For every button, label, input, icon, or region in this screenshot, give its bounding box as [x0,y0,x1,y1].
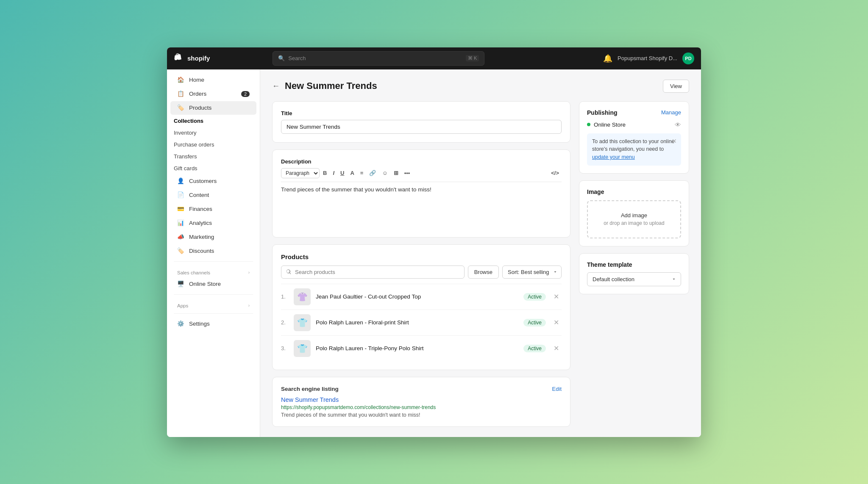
description-toolbar: Paragraph B I U A ≡ 🔗 ☺ ⊞ ••• </> [281,168,562,182]
browse-button[interactable]: Browse [468,266,499,279]
products-heading: Products [281,253,562,260]
notifications-bell-icon[interactable]: 🔔 [603,54,612,63]
update-menu-link[interactable]: update your menu [592,154,635,160]
main-column: Title Description Paragraph B I U [272,101,570,427]
product-row: 3. 👕 Polo Ralph Lauren - Triple-Pony Pol… [281,335,562,361]
search-bar[interactable]: 🔍 Search ⌘ K [273,51,484,66]
theme-title: Theme template [587,261,681,268]
product-remove-3[interactable]: ✕ [551,343,562,353]
title-card: Title [272,101,570,143]
customers-icon: 👤 [177,177,185,185]
sidebar-item-finances[interactable]: 💳 Finances [170,202,256,216]
title-input[interactable] [281,120,562,134]
expand-icon[interactable]: › [248,270,250,275]
sidebar-sub-item-collections[interactable]: Collections [170,115,256,127]
sidebar-item-customers[interactable]: 👤 Customers [170,174,256,188]
seo-title: New Summer Trends [281,396,562,403]
theme-card: Theme template Default collection [579,253,689,294]
sidebar-sales-channels-section: Sales channels › [167,265,260,277]
orders-badge: 2 [241,91,250,97]
avatar[interactable]: PD [682,53,694,64]
description-body[interactable]: Trend pieces of the summer that you woul… [281,186,562,229]
image-card: Image Add image or drop an image to uplo… [579,180,689,246]
product-status-2: Active [523,319,546,326]
sidebar-item-products[interactable]: 🏷️ Products [170,101,256,115]
publishing-card: Publishing Manage Online Store 👁 ✕ To ad… [579,101,689,174]
sidebar-sub-item-inventory[interactable]: Inventory [170,127,256,138]
drop-hint: or drop an image to upload [604,220,664,226]
manage-link[interactable]: Manage [661,109,681,116]
publishing-title: Publishing [587,109,618,116]
collections-label: Collections [174,118,203,124]
product-img-1: 👚 [294,288,311,305]
search-products-input[interactable] [281,266,465,279]
product-row: 1. 👚 Jean Paul Gaultier - Cut-out Croppe… [281,284,562,310]
sidebar-item-analytics[interactable]: 📊 Analytics [170,216,256,230]
orders-icon: 📋 [177,90,185,98]
product-name-3: Polo Ralph Lauren - Triple-Pony Polo Shi… [316,345,518,351]
product-name-1: Jean Paul Gaultier - Cut-out Cropped Top [316,293,518,300]
product-name-2: Polo Ralph Lauren - Floral-print Shirt [316,319,518,326]
navigation-info-box: ✕ To add this collection to your online … [587,133,681,166]
sidebar-products-label: Products [189,105,211,111]
sidebar-sub-item-gift-cards[interactable]: Gift cards [170,163,256,174]
finances-icon: 💳 [177,205,185,213]
discounts-icon: 🏷️ [177,247,185,255]
seo-edit-link[interactable]: Edit [552,386,562,392]
info-text: To add this collection to your online st… [592,138,675,152]
product-remove-1[interactable]: ✕ [551,292,562,301]
sidebar-item-online-store[interactable]: 🖥️ Online Store [170,277,256,291]
code-button[interactable]: </> [548,168,562,178]
sidebar: 🏠 Home 📋 Orders 2 🏷️ Products Collection… [167,69,260,437]
inventory-label: Inventory [174,130,196,136]
image-card-title: Image [587,188,681,195]
sidebar-discounts-label: Discounts [189,248,214,254]
product-status-1: Active [523,293,546,301]
sidebar-item-discounts[interactable]: 🏷️ Discounts [170,244,256,258]
sort-select[interactable]: Sort: Best selling [502,266,562,279]
product-img-3: 👕 [294,340,311,357]
seo-url: https://shopify.popupsmartdemo.com/colle… [281,404,562,410]
align-button[interactable]: ≡ [358,168,366,178]
table-button[interactable]: ⊞ [391,168,401,178]
sidebar-divider-3 [174,313,253,314]
main-layout: 🏠 Home 📋 Orders 2 🏷️ Products Collection… [167,69,701,437]
sidebar-item-orders[interactable]: 📋 Orders 2 [170,87,256,101]
sidebar-sub-item-transfers[interactable]: Transfers [170,151,256,162]
emoji-button[interactable]: ☺ [379,168,390,178]
home-icon: 🏠 [177,76,185,84]
settings-icon: ⚙️ [177,320,185,328]
more-button[interactable]: ••• [402,168,413,178]
side-column: Publishing Manage Online Store 👁 ✕ To ad… [579,101,689,294]
info-close-icon[interactable]: ✕ [672,137,677,146]
bold-button[interactable]: B [320,168,329,178]
online-store-label: Online Store [594,122,671,128]
font-color-button[interactable]: A [348,168,356,178]
search-icon: 🔍 [278,55,285,61]
product-img-2: 👕 [294,314,311,331]
image-dropzone[interactable]: Add image or drop an image to upload [587,200,681,238]
sidebar-settings-label: Settings [189,321,210,327]
eye-icon[interactable]: 👁 [675,121,681,128]
back-arrow-icon[interactable]: ← [272,82,280,90]
app-window: shopify 🔍 Search ⌘ K 🔔 Popupsmart Shopif… [167,47,701,437]
view-button[interactable]: View [663,80,689,93]
italic-button[interactable]: I [330,168,337,178]
sidebar-item-settings[interactable]: ⚙️ Settings [170,317,256,331]
product-remove-2[interactable]: ✕ [551,318,562,327]
link-button[interactable]: 🔗 [367,168,378,178]
products-icon: 🏷️ [177,104,185,112]
add-image-button[interactable]: Add image [621,212,647,218]
product-row: 2. 👕 Polo Ralph Lauren - Floral-print Sh… [281,310,562,335]
paragraph-select[interactable]: Paragraph [281,168,320,178]
store-name: Popupsmart Shopify D... [618,55,677,61]
sidebar-sub-item-purchase-orders[interactable]: Purchase orders [170,139,256,150]
sidebar-item-content[interactable]: 📄 Content [170,188,256,202]
apps-expand-icon[interactable]: › [248,303,250,308]
underline-button[interactable]: U [338,168,347,178]
logo-text: shopify [187,55,210,62]
sidebar-item-marketing[interactable]: 📣 Marketing [170,230,256,244]
sidebar-item-home[interactable]: 🏠 Home [170,73,256,87]
theme-select[interactable]: Default collection [587,272,681,286]
sidebar-orders-label: Orders [189,91,206,97]
